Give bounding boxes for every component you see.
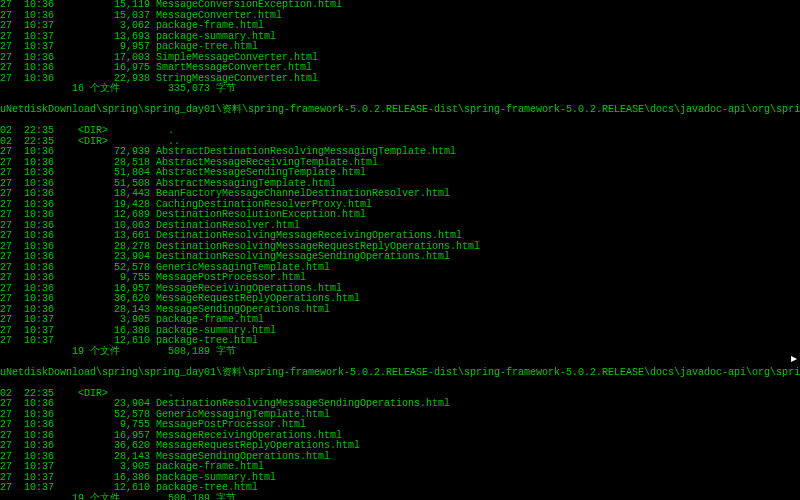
terminal-output: 27 10:36 15,119 MessageConversionExcepti…: [0, 0, 800, 500]
mouse-cursor: ▸: [791, 351, 797, 366]
